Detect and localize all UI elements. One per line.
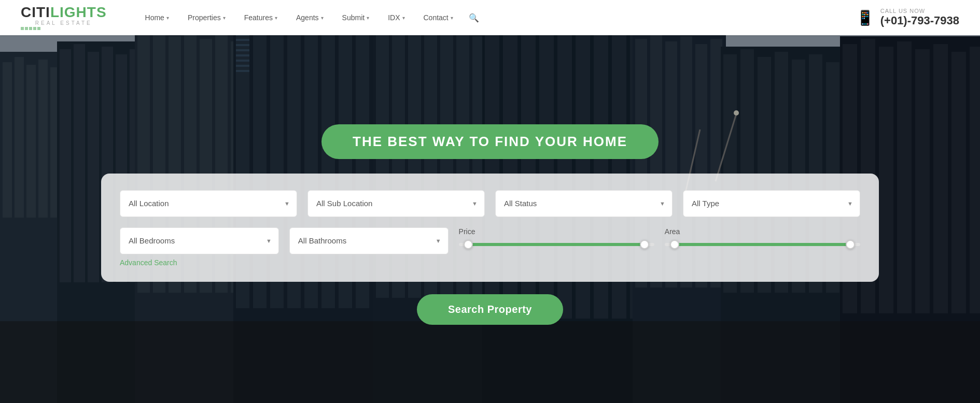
advanced-search-link[interactable]: Advanced Search — [120, 258, 177, 267]
call-us-label: CALL US NOW — [880, 8, 959, 14]
nav-menu: Home ▾ Properties ▾ Features ▾ Agents ▾ … — [138, 9, 856, 26]
phone-icon: 📱 — [856, 9, 874, 26]
chevron-down-icon: ▾ — [223, 15, 226, 21]
nav-item-features[interactable]: Features ▾ — [237, 9, 285, 26]
area-slider-track — [665, 243, 860, 246]
search-row-1: All Location All Sub Location All Status… — [120, 190, 860, 217]
location-select-wrap: All Location — [120, 190, 297, 217]
search-panel-wrap: THE BEST WAY TO FIND YOUR HOME All Locat… — [0, 35, 980, 403]
nav-item-agents[interactable]: Agents ▾ — [289, 9, 331, 26]
logo[interactable]: CITILIGHTS REAL ESTATE — [21, 5, 107, 30]
type-select-wrap: All Type — [683, 190, 860, 217]
nav-item-submit[interactable]: Submit ▾ — [335, 9, 377, 26]
price-slider-fill — [468, 243, 644, 246]
price-slider-thumb-left[interactable] — [464, 240, 473, 249]
logo-dots — [21, 27, 107, 30]
status-select[interactable]: All Status — [495, 190, 673, 217]
area-label: Area — [665, 227, 860, 236]
price-label: Price — [459, 227, 654, 236]
call-info: CALL US NOW (+01)-793-7938 — [880, 8, 959, 27]
chevron-down-icon: ▾ — [402, 15, 405, 21]
type-select[interactable]: All Type — [683, 190, 860, 217]
bedrooms-select-wrap: All Bedrooms — [120, 227, 279, 254]
logo-lights: LIGHTS — [50, 4, 107, 20]
search-card: All Location All Sub Location All Status… — [101, 174, 879, 282]
nav-contact: 📱 CALL US NOW (+01)-793-7938 — [856, 8, 959, 27]
search-property-button[interactable]: Search Property — [417, 294, 563, 325]
bathrooms-select[interactable]: All Bathrooms — [289, 227, 449, 254]
hero-title: THE BEST WAY TO FIND YOUR HOME — [321, 124, 659, 159]
status-select-wrap: All Status — [495, 190, 673, 217]
chevron-down-icon: ▾ — [451, 15, 453, 21]
price-slider-group: Price — [459, 227, 654, 246]
area-slider-thumb-left[interactable] — [670, 240, 679, 249]
sliders-section: Price Area — [459, 227, 860, 246]
nav-item-contact[interactable]: Contact ▾ — [416, 9, 460, 26]
area-slider-fill — [675, 243, 850, 246]
logo-citi: CITI — [21, 4, 50, 20]
search-btn-wrap: Search Property — [417, 294, 563, 325]
bedrooms-select[interactable]: All Bedrooms — [120, 227, 279, 254]
logo-sub: REAL ESTATE — [21, 21, 107, 26]
price-slider-thumb-right[interactable] — [640, 240, 649, 249]
location-select[interactable]: All Location — [120, 190, 297, 217]
phone-number: (+01)-793-7938 — [880, 14, 959, 27]
price-slider-track — [459, 243, 654, 246]
sub-location-select[interactable]: All Sub Location — [307, 190, 485, 217]
nav-item-home[interactable]: Home ▾ — [138, 9, 176, 26]
chevron-down-icon: ▾ — [321, 15, 324, 21]
navbar: CITILIGHTS REAL ESTATE Home ▾ Properties… — [0, 0, 980, 35]
chevron-down-icon: ▾ — [166, 15, 169, 21]
bathrooms-select-wrap: All Bathrooms — [289, 227, 449, 254]
sub-location-select-wrap: All Sub Location — [307, 190, 485, 217]
search-row-2: All Bedrooms All Bathrooms Price — [120, 227, 860, 254]
nav-item-idx[interactable]: IDX ▾ — [381, 9, 412, 26]
area-slider-thumb-right[interactable] — [846, 240, 855, 249]
nav-item-properties[interactable]: Properties ▾ — [180, 9, 233, 26]
selects-left: All Bedrooms All Bathrooms — [120, 227, 449, 254]
area-slider-group: Area — [665, 227, 860, 246]
chevron-down-icon: ▾ — [367, 15, 369, 21]
chevron-down-icon: ▾ — [275, 15, 277, 21]
search-icon[interactable]: 🔍 — [469, 13, 478, 22]
